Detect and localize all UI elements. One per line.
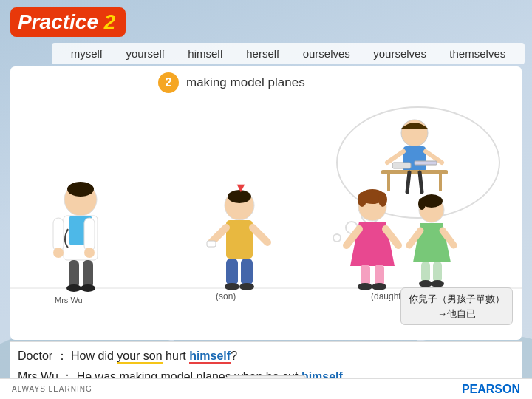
svg-point-39 xyxy=(225,283,239,290)
bottom-bar: ALWAYS LEARNING PEARSON xyxy=(0,378,532,399)
practice-label: Practice xyxy=(18,10,98,33)
title-text: Practice 2 xyxy=(18,10,115,33)
doctor-line: Doctor ： How did your son hurt himself? xyxy=(18,347,514,366)
practice-number: 2 xyxy=(104,10,116,33)
svg-rect-34 xyxy=(226,220,253,259)
word-yourself: yourself xyxy=(126,47,165,60)
svg-rect-41 xyxy=(207,241,216,247)
svg-line-36 xyxy=(253,228,267,242)
svg-point-30 xyxy=(81,284,95,292)
illustration-area: Mrs Wu ▼ xyxy=(10,96,522,303)
svg-point-29 xyxy=(66,284,81,292)
info-line1: 你兒子（男孩子單數） xyxy=(409,292,505,307)
title-box: Practice 2 xyxy=(10,7,126,37)
your-son-underline: your son xyxy=(117,349,162,364)
word-himself: himself xyxy=(188,47,223,60)
pearson-logo: PEARSON xyxy=(462,383,520,396)
svg-point-60 xyxy=(419,280,432,287)
scene-number-bubble: 2 xyxy=(158,72,179,93)
svg-rect-37 xyxy=(226,259,238,285)
svg-rect-38 xyxy=(241,259,253,285)
info-line2: →他自已 xyxy=(409,307,505,321)
scene-number: 2 xyxy=(166,76,172,89)
svg-rect-24 xyxy=(84,218,95,251)
svg-rect-27 xyxy=(69,260,79,288)
svg-point-25 xyxy=(53,248,64,258)
svg-point-40 xyxy=(239,283,254,290)
word-themselves: themselves xyxy=(449,47,505,60)
svg-text:(son): (son) xyxy=(216,291,236,301)
svg-point-26 xyxy=(84,248,95,258)
svg-point-61 xyxy=(431,280,444,287)
main-scene-svg: Mrs Wu ▼ xyxy=(10,126,522,303)
himself-underline-1: himself xyxy=(189,349,231,364)
svg-point-51 xyxy=(358,283,372,290)
word-myself: myself xyxy=(71,47,103,60)
svg-line-35 xyxy=(211,228,226,242)
scene-label: making model planes xyxy=(186,75,305,90)
svg-point-46 xyxy=(378,192,387,207)
always-learning-text: ALWAYS LEARNING xyxy=(12,385,92,393)
svg-rect-59 xyxy=(433,262,442,282)
svg-rect-58 xyxy=(421,262,430,282)
doctor-colon: ： xyxy=(56,349,68,362)
svg-rect-23 xyxy=(53,218,64,251)
info-box: 你兒子（男孩子單數） →他自已 xyxy=(400,287,513,325)
svg-point-20 xyxy=(67,182,94,197)
doctor-prefix: Doctor xyxy=(18,349,52,362)
svg-text:▼: ▼ xyxy=(234,180,248,195)
word-herself: herself xyxy=(246,47,279,60)
word-bar: myself yourself himself herself ourselve… xyxy=(52,43,525,64)
word-ourselves: ourselves xyxy=(303,47,350,60)
svg-point-45 xyxy=(358,192,366,207)
svg-rect-28 xyxy=(83,260,93,288)
svg-point-55 xyxy=(418,198,426,210)
svg-text:Mrs Wu: Mrs Wu xyxy=(55,296,83,303)
word-yourselves: yourselves xyxy=(373,47,426,60)
svg-point-52 xyxy=(372,283,386,290)
